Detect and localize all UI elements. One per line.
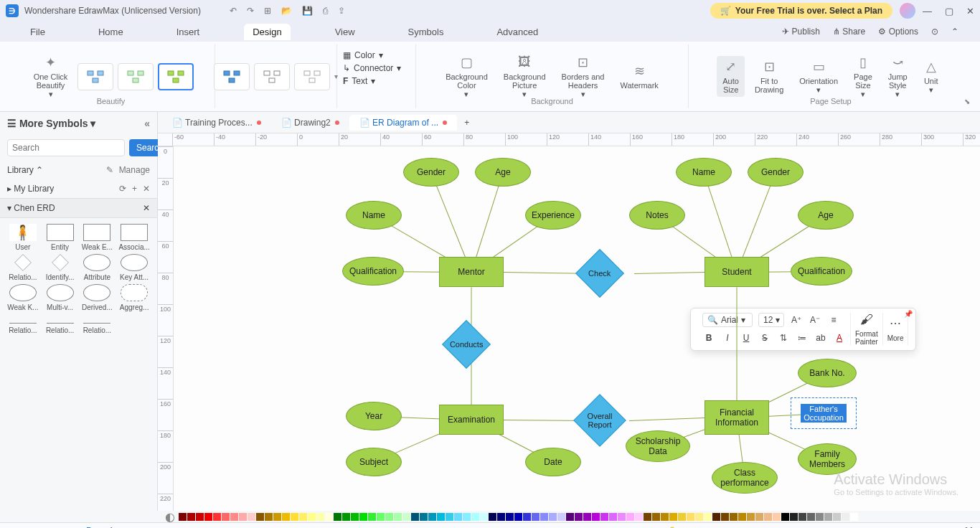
style-thumb-3[interactable] — [158, 63, 194, 90]
erd-connector[interactable] — [634, 272, 705, 274]
shape-stencil[interactable]: Key Att... — [117, 254, 151, 281]
color-swatch[interactable] — [773, 513, 781, 521]
style-thumb-5[interactable] — [254, 63, 290, 90]
font-dec-icon[interactable]: A⁻ — [809, 314, 821, 326]
add-tab-icon[interactable]: + — [457, 118, 476, 128]
font-inc-icon[interactable]: A⁺ — [790, 314, 803, 326]
lib-add-icon[interactable]: + — [132, 184, 137, 194]
page-size-button[interactable]: ▯Page Size ▾ — [848, 52, 878, 102]
color-swatch[interactable] — [248, 513, 255, 521]
color-swatch[interactable] — [626, 513, 634, 521]
library-toggle[interactable]: Library ⌃ — [7, 165, 43, 175]
menu-home[interactable]: Home — [90, 24, 132, 40]
erd-entity[interactable]: Mentor — [439, 257, 504, 287]
page-setup-launcher-icon[interactable]: ⬊ — [964, 98, 970, 105]
publish-button[interactable]: ✈ Publish — [782, 27, 820, 37]
color-swatch[interactable] — [764, 513, 772, 521]
one-click-beautify-button[interactable]: ✦One Click Beautify ▾ — [28, 52, 74, 102]
color-swatch[interactable] — [187, 513, 195, 521]
color-swatch[interactable] — [652, 513, 660, 521]
erd-attribute[interactable]: Class performance — [712, 462, 778, 494]
share-button[interactable]: ⋔ Share — [833, 27, 865, 37]
style-thumb-1[interactable] — [77, 63, 113, 90]
open-icon[interactable]: 📂 — [281, 6, 292, 16]
color-swatch[interactable] — [618, 513, 626, 521]
color-swatch[interactable] — [265, 513, 273, 521]
more-icon[interactable]: ⋯ — [889, 317, 902, 330]
unit-button[interactable]: △Unit ▾ — [918, 56, 945, 98]
color-dropdown[interactable]: ▦ Color ▾ — [343, 49, 383, 62]
bg-color-button[interactable]: ▢Background Color ▾ — [440, 52, 494, 102]
line-spacing-icon[interactable]: ⇅ — [777, 331, 790, 344]
shape-stencil[interactable]: Aggreg... — [117, 284, 151, 311]
color-swatch[interactable] — [850, 513, 858, 521]
section-close-icon[interactable]: ✕ — [143, 203, 150, 213]
shape-stencil[interactable]: Weak K... — [6, 284, 40, 311]
color-swatch[interactable] — [583, 513, 591, 521]
color-swatch[interactable] — [816, 513, 824, 521]
color-swatch[interactable] — [325, 513, 333, 521]
color-swatch[interactable] — [351, 513, 359, 521]
bg-picture-button[interactable]: 🖼Background Picture ▾ — [498, 52, 552, 102]
more-symbols-button[interactable]: ☰ More Symbols ▾ — [7, 118, 95, 129]
color-swatch[interactable] — [230, 513, 238, 521]
erd-connector[interactable] — [471, 362, 472, 405]
close-button[interactable]: ✕ — [966, 6, 974, 16]
color-swatch[interactable] — [299, 513, 307, 521]
color-swatch[interactable] — [506, 513, 514, 521]
italic-icon[interactable]: I — [721, 331, 734, 344]
erd-attribute[interactable]: Name — [346, 201, 402, 230]
shape-stencil[interactable]: Relatio... — [43, 314, 77, 334]
shape-stencil[interactable]: Identify... — [43, 254, 77, 281]
erd-relationship[interactable]: Check — [575, 249, 624, 298]
erd-attribute[interactable]: Experience — [525, 201, 581, 230]
fill-picker-icon[interactable]: ◐ — [165, 510, 175, 524]
erd-attribute[interactable]: Gender — [403, 158, 459, 187]
lib-close-icon[interactable]: ✕ — [143, 184, 150, 194]
color-swatch[interactable] — [489, 513, 496, 521]
color-swatch[interactable] — [394, 513, 402, 521]
format-painter-icon[interactable]: 🖌 — [860, 313, 873, 326]
color-swatch[interactable] — [437, 513, 445, 521]
collapse-panel-icon[interactable]: « — [144, 118, 150, 129]
bullets-icon[interactable]: ≔ — [796, 331, 809, 344]
color-swatch[interactable] — [807, 513, 815, 521]
jump-style-button[interactable]: ⤻Jump Style ▾ — [882, 52, 913, 102]
color-swatch[interactable] — [377, 513, 385, 521]
color-swatch[interactable] — [463, 513, 471, 521]
color-swatch[interactable] — [592, 513, 600, 521]
color-swatch[interactable] — [213, 513, 221, 521]
color-swatch[interactable] — [316, 513, 324, 521]
color-swatch[interactable] — [833, 513, 841, 521]
lib-refresh-icon[interactable]: ⟳ — [119, 184, 126, 194]
auto-size-button[interactable]: ⤢Auto Size — [717, 56, 745, 97]
color-swatch[interactable] — [359, 513, 367, 521]
menu-design[interactable]: Design — [244, 24, 290, 40]
color-swatch[interactable] — [687, 513, 694, 521]
erd-attribute[interactable]: Name — [676, 158, 732, 187]
erd-attribute[interactable]: Subject — [346, 448, 402, 476]
style-thumb-2[interactable] — [118, 63, 154, 90]
export-icon[interactable]: ⇪ — [338, 6, 345, 16]
doc-tab[interactable]: 📄 Training Proces... — [162, 115, 271, 131]
manage-button[interactable]: ✎ Manage — [106, 165, 150, 175]
options-button[interactable]: ⚙ Options — [878, 27, 918, 37]
menu-view[interactable]: View — [326, 24, 364, 40]
page-tab[interactable]: Page-1 — [80, 524, 120, 529]
menu-file[interactable]: File — [22, 24, 54, 40]
notification-icon[interactable]: ⊙ — [931, 27, 938, 37]
new-icon[interactable]: ⊞ — [264, 6, 271, 16]
color-swatch[interactable] — [669, 513, 677, 521]
color-swatch[interactable] — [635, 513, 643, 521]
collapse-ribbon-icon[interactable]: ⌃ — [951, 27, 958, 37]
color-swatch[interactable] — [730, 513, 738, 521]
minimize-button[interactable]: — — [923, 6, 932, 16]
erd-attribute[interactable]: Age — [475, 158, 531, 187]
erd-attribute[interactable]: Bank No. — [798, 359, 857, 387]
color-swatch[interactable] — [661, 513, 669, 521]
color-swatch[interactable] — [824, 513, 832, 521]
menu-advanced[interactable]: Advanced — [488, 24, 547, 40]
color-swatch[interactable] — [291, 513, 298, 521]
color-swatch[interactable] — [273, 513, 281, 521]
borders-button[interactable]: ⊡Borders and Headers ▾ — [556, 52, 611, 102]
